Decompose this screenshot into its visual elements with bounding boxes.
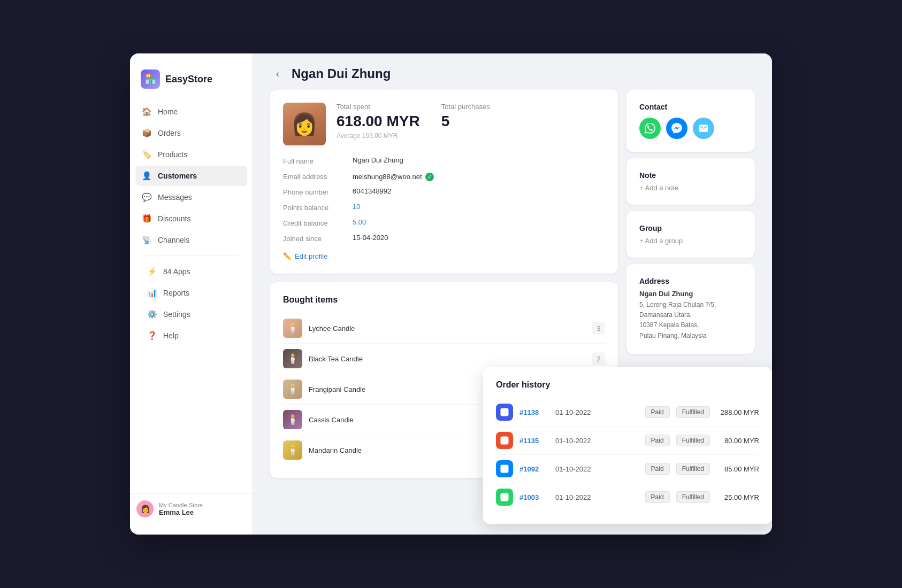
item-name: Black Tea Candle (309, 355, 586, 363)
email-value: melshung88@woo.net ✓ (353, 172, 605, 182)
item-count: 2 (592, 352, 605, 365)
sidebar-item-label: Help (163, 331, 179, 340)
sidebar-item-customers[interactable]: 👤 Customers (135, 166, 247, 186)
total-spent-value: 618.00 MYR (337, 113, 420, 130)
discounts-icon: 🎁 (142, 214, 151, 223)
sidebar-item-settings[interactable]: ⚙️ Settings (141, 304, 242, 324)
note-title: Note (639, 171, 742, 180)
sidebar-item-discounts[interactable]: 🎁 Discounts (135, 208, 247, 229)
sidebar-item-reports[interactable]: 📊 Reports (141, 283, 242, 303)
contact-icons (639, 118, 742, 139)
status-badge-fulfillment: Fulfilled (676, 491, 710, 503)
order-id[interactable]: #1135 (519, 437, 549, 445)
app-logo-icon: 🏪 (141, 69, 160, 89)
sidebar-bottom: ⚡ 84 Apps 📊 Reports ⚙️ Settings ❓ Help (135, 261, 247, 346)
sidebar-item-products[interactable]: 🏷️ Products (135, 144, 247, 165)
credit-label: Credit balance (283, 218, 353, 228)
contact-card: Contact (626, 90, 755, 152)
app-window: 🏪 EasyStore 🏠 Home 📦 Orders 🏷️ Products … (130, 53, 772, 535)
item-thumbnail: 🕯️ (283, 440, 302, 460)
full-name-value: Ngan Dui Zhung (353, 156, 605, 166)
channel-icon-whatsapp: W (496, 489, 513, 506)
order-date: 01-10-2022 (555, 493, 639, 501)
item-thumbnail: 🕯️ (283, 349, 302, 368)
sidebar-item-label: Home (158, 107, 178, 116)
note-card: Note + Add a note (626, 158, 755, 205)
sidebar-item-apps[interactable]: ⚡ 84 Apps (141, 261, 242, 282)
address-title: Address (639, 277, 742, 285)
order-history-title: Order history (496, 380, 759, 390)
user-name: Emma Lee (159, 508, 246, 516)
svg-text:S: S (503, 438, 506, 443)
points-label: Points balance (283, 203, 353, 213)
bought-items-title: Bought items (283, 295, 605, 305)
products-icon: 🏷️ (142, 150, 151, 159)
stat-total-purchases: Total purchases 5 (441, 103, 490, 145)
add-note-button[interactable]: + Add a note (639, 184, 742, 192)
messages-icon: 💬 (142, 192, 151, 202)
sidebar-item-channels[interactable]: 📡 Channels (135, 230, 247, 250)
group-title: Group (639, 224, 742, 233)
avatar-image: 👩 (283, 103, 326, 145)
status-badge-payment: Paid (645, 435, 670, 446)
channel-icon-shopee: S (496, 432, 513, 449)
credit-value[interactable]: 5.00 (353, 218, 605, 228)
status-badge-payment: Paid (645, 406, 670, 418)
total-purchases-label: Total purchases (441, 103, 490, 111)
email-label: Email address (283, 172, 353, 182)
sidebar-item-label: Reports (163, 289, 189, 297)
sidebar-footer[interactable]: 👩 My Candle Store Emma Lee (130, 493, 253, 524)
sidebar-item-home[interactable]: 🏠 Home (135, 102, 247, 122)
sidebar-item-messages[interactable]: 💬 Messages (135, 187, 247, 207)
item-count: 3 (592, 322, 605, 335)
contact-title: Contact (639, 103, 742, 111)
sidebar-item-help[interactable]: ❓ Help (141, 326, 242, 346)
full-name-label: Full name (283, 156, 353, 166)
whatsapp-button[interactable] (639, 118, 661, 139)
sidebar-item-label: Channels (158, 236, 189, 244)
page-title: Ngan Dui Zhung (292, 66, 391, 81)
add-group-button[interactable]: + Add a group (639, 237, 742, 245)
item-thumbnail: 🕯️ (283, 380, 302, 399)
help-icon: ❓ (147, 331, 157, 341)
page-header: ‹ Ngan Dui Zhung (253, 53, 772, 90)
messenger-button[interactable] (666, 118, 687, 139)
email-button[interactable] (693, 118, 714, 139)
channels-icon: 📡 (142, 235, 151, 245)
home-icon: 🏠 (142, 107, 151, 117)
customer-avatar: 👩 (283, 103, 326, 145)
main-content: ‹ Ngan Dui Zhung 👩 Total spent (253, 53, 772, 535)
item-thumbnail: 🕯️ (283, 319, 302, 338)
sidebar-item-label: Discounts (158, 214, 190, 223)
edit-profile-button[interactable]: ✏️ Edit profile (283, 252, 327, 260)
app-name: EasyStore (165, 74, 212, 85)
order-row: M #1092 01-10-2022 Paid Fulfilled 85.00 … (496, 455, 759, 483)
list-item: 🕯️ Lychee Candle 3 (283, 313, 605, 344)
points-value[interactable]: 10 (353, 203, 605, 213)
customer-info-grid: Full name Ngan Dui Zhung Email address m… (283, 156, 605, 244)
total-spent-average: Average 103.00 MYR (337, 132, 420, 140)
status-badge-fulfillment: Fulfilled (676, 406, 710, 418)
sidebar-item-label: Orders (158, 129, 181, 137)
order-id[interactable]: #1092 (519, 465, 549, 473)
order-id[interactable]: #1003 (519, 493, 549, 501)
svg-text:M: M (502, 466, 507, 471)
sidebar-logo: 🏪 EasyStore (130, 64, 253, 102)
order-amount: 288.00 MYR (716, 408, 759, 416)
svg-text:W: W (502, 494, 507, 500)
back-button[interactable]: ‹ (270, 66, 285, 81)
customer-stats: Total spent 618.00 MYR Average 103.00 MY… (337, 103, 605, 145)
settings-icon: ⚙️ (147, 310, 157, 319)
logo-emoji: 🏪 (144, 73, 156, 85)
order-date: 01-10-2022 (555, 408, 639, 416)
sidebar-item-label: Settings (163, 310, 190, 319)
order-row: S #1135 01-10-2022 Paid Fulfilled 80.00 … (496, 427, 759, 455)
address-text: 5, Lorong Raja Chulan 7/5, Damansara Uta… (639, 300, 742, 341)
sidebar-item-orders[interactable]: 📦 Orders (135, 123, 247, 143)
order-id[interactable]: #1138 (519, 408, 549, 416)
phone-label: Phone number (283, 187, 353, 197)
address-card: Address Ngan Dui Zhung 5, Lorong Raja Ch… (626, 264, 755, 354)
phone-value: 6041348992 (353, 187, 605, 197)
customer-profile-header: 👩 Total spent 618.00 MYR Average 103.00 … (283, 103, 605, 145)
item-name: Lychee Candle (309, 324, 586, 332)
